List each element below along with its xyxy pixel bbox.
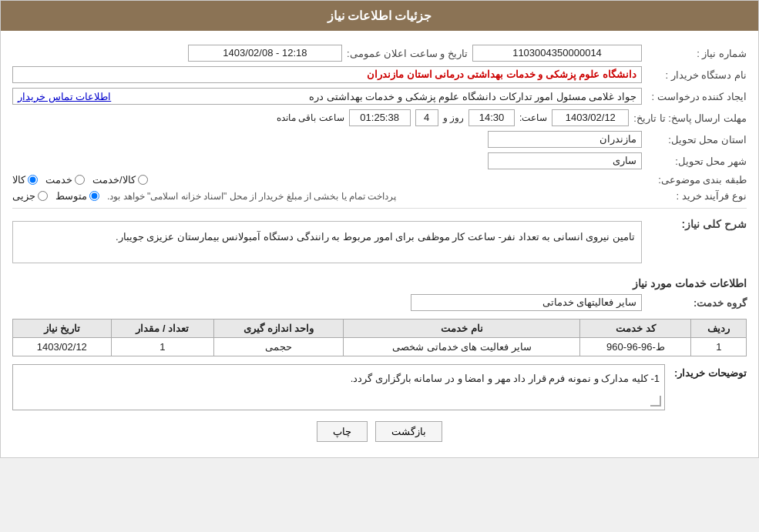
purchase-label-medium: متوسط (55, 190, 87, 202)
category-radio-group: کالا/خدمت خدمت کالا (12, 174, 642, 186)
col-header-row: ردیف (691, 320, 747, 338)
notes-value: 1- کلیه مدارک و نمونه فرم قرار داد مهر و… (12, 364, 665, 410)
deadline-days: 4 (415, 109, 438, 126)
table-row: 1ط-96-96-960سایر فعالیت های خدماتی شخصیح… (13, 338, 747, 356)
button-row: بازگشت چاپ (12, 421, 747, 442)
col-header-name: نام خدمت (344, 320, 580, 338)
col-header-qty: تعداد / مقدار (111, 320, 213, 338)
public-date-label: تاریخ و ساعت اعلان عمومی: (347, 48, 468, 59)
purchase-label-partial: جزیی (12, 190, 35, 202)
description-value: تامین نیروی انسانی به تعداد نفر- ساعت کا… (12, 221, 642, 263)
creator-link[interactable]: اطلاعات تماس خریدار (18, 91, 111, 102)
back-button[interactable]: بازگشت (375, 421, 442, 442)
public-date-value: 1403/02/08 - 12:18 (188, 45, 342, 62)
province-value: مازندران (488, 131, 642, 148)
creator-value-box: جواد غلامی مسئول امور تدارکات دانشگاه عل… (12, 88, 642, 105)
col-header-date: تاریخ نیاز (13, 320, 112, 338)
service-info-title: اطلاعات خدمات مورد نیاز (12, 277, 747, 289)
service-group-value: سایر فعالیتهای خدماتی (411, 294, 642, 311)
service-group-label: گروه خدمت: (646, 297, 747, 309)
purchase-option-partial[interactable]: جزیی (12, 190, 48, 202)
print-button[interactable]: چاپ (317, 421, 368, 442)
province-label: استان محل تحویل: (646, 134, 747, 146)
creator-value: جواد غلامی مسئول امور تدارکات دانشگاه عل… (309, 91, 636, 102)
deadline-time: 14:30 (468, 109, 515, 126)
buyer-name-label: نام دستگاه خریدار : (646, 69, 747, 81)
deadline-time-label: ساعت: (519, 112, 547, 123)
col-header-code: کد خدمت (580, 320, 691, 338)
category-label-khadamat: خدمت (45, 174, 72, 186)
purchase-radio-partial[interactable] (38, 191, 48, 201)
category-option-kala-khadamat[interactable]: کالا/خدمت (92, 174, 148, 186)
need-number-label: شماره نیاز : (646, 48, 747, 59)
deadline-day-label: روز و (443, 112, 464, 123)
category-label-kala: کالا (12, 174, 25, 186)
deadline-label: مهلت ارسال پاسخ: تا تاریخ: (633, 112, 747, 124)
page-title: جزئیات اطلاعات نیاز (1, 1, 758, 31)
deadline-date: 1403/02/12 (552, 109, 629, 126)
purchase-type-label: نوع فرآیند خرید : (646, 190, 747, 202)
purchase-option-medium[interactable]: متوسط (55, 190, 99, 202)
category-radio-kala[interactable] (28, 175, 38, 185)
buyer-name-value: دانشگاه علوم پزشکی و خدمات بهداشتی درمان… (12, 66, 642, 83)
deadline-remaining-label: ساعت باقی مانده (277, 112, 344, 123)
col-header-unit: واحد اندازه گیری (214, 320, 344, 338)
purchase-radio-medium[interactable] (89, 191, 99, 201)
category-radio-khadamat[interactable] (75, 175, 85, 185)
deadline-remaining: 01:25:38 (349, 109, 411, 126)
category-label: طبقه بندی موضوعی: (646, 174, 747, 186)
category-radio-kala-khadamat[interactable] (138, 175, 148, 185)
description-label: شرح کلی نیاز: (646, 215, 747, 230)
purchase-type-note: پرداخت تمام یا بخشی از مبلغ خریدار از مح… (107, 191, 396, 202)
creator-label: ایجاد کننده درخواست : (646, 91, 747, 102)
need-number-value: 1103004350000014 (472, 45, 642, 62)
category-label-kala-khadamat: کالا/خدمت (92, 174, 136, 186)
category-option-khadamat[interactable]: خدمت (45, 174, 85, 186)
city-value: ساری (488, 152, 642, 169)
notes-label: توضیحات خریدار: (670, 364, 747, 379)
services-table: ردیف کد خدمت نام خدمت واحد اندازه گیری ت… (12, 319, 747, 356)
category-option-kala[interactable]: کالا (12, 174, 38, 186)
city-label: شهر محل تحویل: (646, 156, 747, 167)
